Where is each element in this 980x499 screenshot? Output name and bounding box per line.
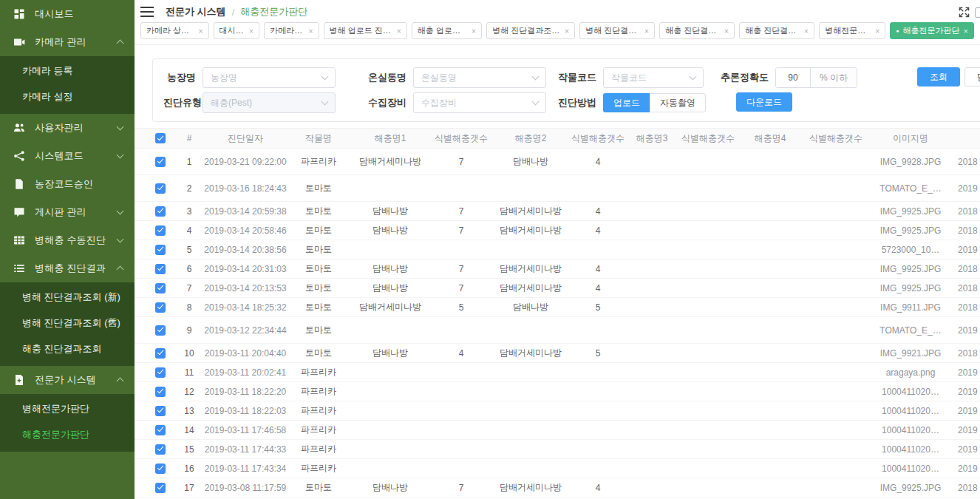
accuracy-input[interactable] — [776, 68, 810, 87]
tab[interactable]: 병해 진단결과조회 (舊)× — [486, 22, 575, 39]
row-checkbox[interactable] — [155, 464, 166, 474]
row-checkbox[interactable] — [155, 206, 166, 217]
sidebar-subitem[interactable]: 해충 진단결과조회 — [0, 336, 135, 361]
row-checkbox[interactable] — [155, 225, 166, 236]
diagnosis-date: 2019-03-11 17:43:34 — [203, 464, 288, 474]
table-row[interactable]: 112019-03-11 20:02:41파프리카aragaya.png2019 — [135, 363, 980, 382]
table-row[interactable]: 52019-03-14 20:38:56토마토5723000_10…2019 — [135, 240, 980, 259]
sidebar-item[interactable]: 사용자관리 — [0, 114, 135, 142]
tab-close-icon[interactable]: × — [724, 27, 729, 35]
accuracy-unit: % 이하 — [810, 68, 857, 87]
table-row[interactable]: 32019-03-14 20:59:38토마토담배나방7담배거세미나방4IMG_… — [135, 202, 980, 221]
tab-close-icon[interactable]: × — [565, 27, 569, 35]
content: 농장명 농장명 온실동명 온실동명 작물코드 작물코드 추 — [135, 45, 980, 499]
table-row[interactable]: 102019-03-11 20:04:40토마토담배나방4담배거세미나방5IMG… — [135, 344, 980, 363]
row-checkbox[interactable] — [155, 183, 166, 194]
hamburger-menu-icon[interactable] — [140, 7, 154, 17]
sidebar-item[interactable]: 전문가 시스템 — [0, 366, 135, 394]
select-all-checkbox[interactable] — [155, 133, 166, 143]
tab-close-icon[interactable]: × — [249, 27, 253, 35]
tab-bar: 카메라 상세설정×대시보드×카메라 설정×병해 업로드 진단 (新)×해충 업로… — [135, 21, 980, 45]
sidebar-item[interactable]: 병해충 수동진단 — [0, 226, 135, 254]
sidebar-item[interactable]: 시스템코드 — [0, 142, 135, 170]
tab-close-icon[interactable]: × — [964, 27, 968, 35]
tab-close-icon[interactable]: × — [644, 27, 649, 35]
row-checkbox[interactable] — [155, 483, 166, 493]
row-checkbox[interactable] — [155, 348, 166, 359]
tab[interactable]: 병해전문가판단× — [819, 22, 885, 39]
tab-close-icon[interactable]: × — [308, 27, 313, 35]
row-number: 17 — [176, 483, 203, 493]
table-row[interactable]: 82019-03-14 18:25:32토마토담배거세미나방5담배나방5IMG_… — [135, 298, 980, 317]
method-option-auto[interactable]: 자동촬영 — [650, 93, 706, 112]
download-button[interactable]: 다운로드 — [736, 92, 792, 112]
table-row[interactable]: 122019-03-11 18:22:20파프리카1000411020…2019 — [135, 382, 980, 401]
sidebar-subitem[interactable]: 카메라 등록 — [0, 58, 135, 84]
row-checkbox[interactable] — [155, 425, 166, 435]
sidebar-item[interactable]: 대시보드 — [0, 0, 135, 28]
row-checkbox[interactable] — [155, 406, 166, 416]
tab[interactable]: 병해 진단결과상세× — [579, 22, 655, 39]
row-checkbox[interactable] — [155, 367, 166, 378]
tab-close-icon[interactable]: × — [396, 27, 401, 35]
close-button[interactable]: 닫기 — [964, 67, 980, 86]
table-row[interactable]: 92019-03-12 22:34:44토마토TOMATO_E_…2019 — [135, 317, 980, 344]
sidebar-item[interactable]: 농장코드승인 — [0, 170, 135, 198]
tab[interactable]: 해충 진단결과조회× — [659, 22, 735, 39]
row-checkbox[interactable] — [155, 444, 166, 455]
row-checkbox-cell — [135, 348, 176, 359]
sidebar-subitem[interactable]: 병해 진단결과조회 (舊) — [0, 310, 135, 336]
row-checkbox[interactable] — [155, 302, 166, 313]
table-row[interactable]: 72019-03-14 20:13:53토마토담배나방7담배거세미나방4IMG_… — [135, 279, 980, 298]
sidebar-item[interactable]: 병해충 진단결과 — [0, 254, 135, 282]
row-checkbox[interactable] — [155, 283, 166, 293]
sidebar-subitem[interactable]: 카메라 설정 — [0, 84, 135, 109]
sidebar-subitem[interactable]: 해충전문가판단 — [0, 421, 135, 447]
tab[interactable]: 카메라 상세설정× — [140, 22, 209, 39]
sidebar-item[interactable]: 카메라 관리 — [0, 28, 135, 56]
tab[interactable]: 해충 업로드 진단× — [412, 22, 482, 39]
pest-name-2: 담배나방 — [491, 301, 571, 313]
tab[interactable]: 병해 업로드 진단 (新)× — [324, 22, 407, 39]
pest-count-2: 4 — [571, 206, 625, 217]
breadcrumb-root[interactable]: 전문가 시스템 — [166, 5, 226, 18]
tab-close-icon[interactable]: × — [875, 27, 879, 35]
table-row[interactable]: 22019-03-16 18:24:43토마토TOMATO_E_…2019 — [135, 175, 980, 202]
table-row[interactable]: 62019-03-14 20:31:03토마토담배나방7담배거세미나방4IMG_… — [135, 259, 980, 279]
sidebar-subitem[interactable]: 병해전문가판단 — [0, 396, 135, 421]
search-button[interactable]: 조회 — [917, 67, 960, 86]
table-row[interactable]: 142019-03-11 17:46:58파프리카1000411020…2019 — [135, 421, 980, 440]
device-select[interactable]: 수집장비 — [413, 92, 546, 113]
tab[interactable]: 대시보드× — [214, 22, 260, 39]
sidebar-subitem[interactable]: 병해 진단결과조회 (新) — [0, 284, 135, 310]
crop-code-select[interactable]: 작물코드 — [603, 67, 704, 88]
board-icon — [13, 206, 25, 218]
greenhouse-select[interactable]: 온실동명 — [413, 67, 546, 88]
list-icon — [13, 262, 25, 274]
row-checkbox[interactable] — [155, 157, 166, 167]
diagnosis-type-select[interactable]: 해충(Pest) — [203, 92, 336, 113]
row-checkbox[interactable] — [155, 264, 166, 274]
row-checkbox[interactable] — [155, 325, 166, 336]
tab-close-icon[interactable]: × — [472, 27, 476, 35]
diagnosis-date: 2019-03-08 11:17:59 — [203, 483, 288, 493]
sidebar-item[interactable]: 게시판 관리 — [0, 198, 135, 226]
row-checkbox[interactable] — [155, 387, 166, 397]
clipped-toolbar-icon[interactable] — [975, 7, 980, 18]
tab[interactable]: 해충 진단결과상세× — [739, 22, 814, 39]
fullscreen-icon[interactable] — [959, 7, 970, 18]
row-number: 1 — [176, 157, 203, 167]
tab[interactable]: ●해충전문가판단× — [890, 22, 974, 39]
tab-close-icon[interactable]: × — [198, 27, 203, 35]
tab[interactable]: 카메라 설정× — [264, 22, 319, 39]
table-row[interactable]: 172019-03-08 11:17:59토마토담배나방7담배거세미나방4IMG… — [135, 478, 980, 498]
tab-close-icon[interactable]: × — [804, 27, 809, 35]
farm-name-select[interactable]: 농장명 — [203, 67, 336, 88]
table-row[interactable]: 42019-03-14 20:58:46토마토담배나방7담배거세미나방4IMG_… — [135, 221, 980, 240]
table-row[interactable]: 152019-03-11 17:44:33파프리카1000411020…2019 — [135, 440, 980, 459]
table-row[interactable]: 132019-03-11 18:22:03파프리카1000411020…2019 — [135, 401, 980, 421]
method-option-upload[interactable]: 업로드 — [603, 93, 650, 112]
row-checkbox[interactable] — [155, 245, 166, 255]
table-row[interactable]: 12019-03-21 09:22:00파프리카담배거세미나방7담배나방4IMG… — [135, 149, 980, 175]
table-row[interactable]: 162019-03-11 17:43:34파프리카1000411020…2019 — [135, 459, 980, 478]
